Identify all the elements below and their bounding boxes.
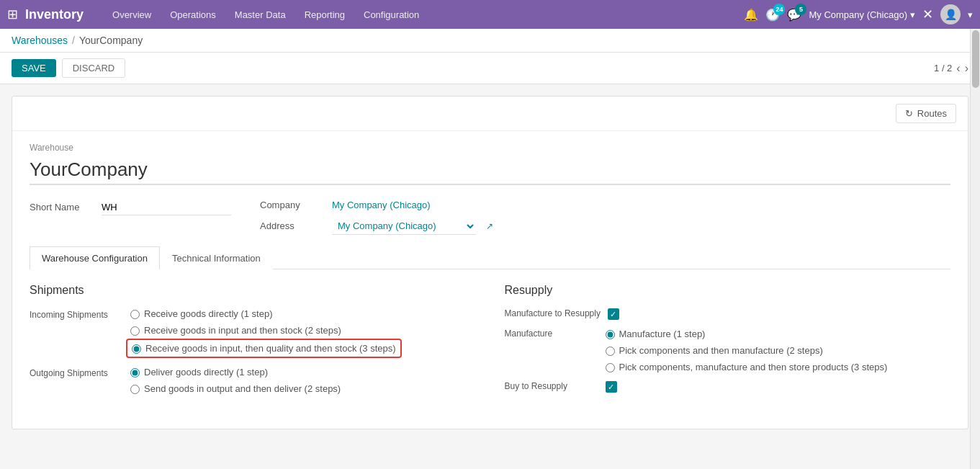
company-label: Company	[260, 200, 325, 210]
resupply-section: Resupply Manufacture to Resupply ✓ Manuf…	[505, 284, 951, 403]
address-group: Address My Company (Chicago) ↗	[260, 218, 950, 235]
form-topbar: ↻ Routes	[12, 97, 968, 131]
action-bar: SAVE DISCARD 1 / 2 ‹ ›	[0, 53, 980, 84]
outgoing-shipments-row: Outgoing Shipments Deliver goods directl…	[30, 367, 476, 394]
short-name-input[interactable]	[102, 200, 231, 215]
form-card: ↻ Routes Warehouse Short Name Company	[12, 96, 968, 429]
outgoing-radio-group: Deliver goods directly (1 step) Send goo…	[130, 367, 341, 394]
company-selector[interactable]: My Company (Chicago) ▾	[809, 9, 915, 20]
tabs-bar: Warehouse Configuration Technical Inform…	[30, 246, 950, 269]
routes-refresh-icon: ↻	[905, 108, 913, 119]
shipments-title: Shipments	[30, 284, 476, 297]
grid-icon[interactable]: ⊞	[7, 6, 18, 22]
manufacture-option-3[interactable]: Pick components, manufacture and then st…	[606, 362, 888, 372]
external-link-icon[interactable]: ↗	[486, 221, 493, 231]
activity-icon[interactable]: 🕐 24	[765, 8, 780, 22]
company-value: My Company (Chicago)	[332, 200, 431, 210]
messages-icon[interactable]: 💬 5	[787, 8, 801, 22]
manufacture-radio-group: Manufacture (1 step) Pick components and…	[606, 329, 888, 372]
form-row-details: Short Name Company My Company (Chicago) …	[30, 200, 950, 235]
pagination: 1 / 2 ‹ ›	[934, 62, 968, 75]
short-name-label: Short Name	[30, 202, 94, 213]
activity-badge: 24	[773, 4, 785, 15]
warehouse-label: Warehouse	[30, 143, 950, 200]
tab-columns: Shipments Incoming Shipments Receive goo…	[30, 284, 950, 403]
resupply-title: Resupply	[505, 284, 951, 297]
breadcrumb-parent[interactable]: Warehouses	[12, 35, 68, 46]
manufacture-resupply-label: Manufacture to Resupply	[505, 308, 601, 318]
tab-warehouse-config[interactable]: Warehouse Configuration	[30, 246, 160, 269]
user-avatar[interactable]: 👤	[940, 4, 961, 24]
outgoing-option-2[interactable]: Send goods in output and then deliver (2…	[130, 383, 341, 394]
incoming-radio-group: Receive goods directly (1 step) Receive …	[130, 308, 397, 355]
topnav-menu: Overview Operations Master Data Reportin…	[105, 6, 744, 23]
manufacture-resupply-checkbox[interactable]: ✓	[608, 308, 619, 320]
tab-technical-info[interactable]: Technical Information	[160, 246, 273, 269]
shipments-section: Shipments Incoming Shipments Receive goo…	[30, 284, 476, 403]
manufacture-option-2[interactable]: Pick components and then manufacture (2 …	[606, 345, 888, 356]
buy-resupply-checkbox[interactable]: ✓	[606, 381, 617, 393]
breadcrumb-separator: /	[72, 35, 75, 46]
main-content: ↻ Routes Warehouse Short Name Company	[0, 84, 980, 441]
manufacture-row: Manufacture Manufacture (1 step) Pick co…	[505, 329, 951, 372]
incoming-option-1[interactable]: Receive goods directly (1 step)	[130, 308, 397, 319]
breadcrumb: Warehouses / YourCompany	[0, 29, 980, 53]
topnav-right: 🔔 🕐 24 💬 5 My Company (Chicago) ▾ ✕ 👤 ▾	[744, 4, 973, 24]
manufacture-option-1[interactable]: Manufacture (1 step)	[606, 329, 888, 339]
buy-resupply-label: Buy to Resupply	[505, 381, 598, 391]
scrollbar[interactable]	[970, 29, 980, 441]
address-select[interactable]: My Company (Chicago)	[332, 218, 476, 235]
nav-configuration[interactable]: Configuration	[356, 6, 426, 23]
scrollbar-thumb[interactable]	[972, 30, 979, 88]
address-label: Address	[260, 220, 325, 231]
app-brand: Inventory	[25, 7, 84, 22]
tab-content-warehouse-config: Shipments Incoming Shipments Receive goo…	[30, 269, 950, 417]
messages-badge: 5	[795, 4, 806, 15]
pagination-info: 1 / 2	[934, 63, 952, 73]
topnav: ⊞ Inventory Overview Operations Master D…	[0, 0, 980, 29]
nav-master-data[interactable]: Master Data	[228, 6, 293, 23]
breadcrumb-current: YourCompany	[79, 35, 143, 46]
form-body: Warehouse Short Name Company My Company …	[12, 131, 968, 429]
manufacture-label: Manufacture	[505, 329, 598, 339]
nav-operations[interactable]: Operations	[163, 6, 223, 23]
nav-reporting[interactable]: Reporting	[297, 6, 352, 23]
pagination-next[interactable]: ›	[965, 62, 968, 75]
incoming-option-3[interactable]: Receive goods in input, then quality and…	[126, 339, 402, 358]
routes-button[interactable]: ↻ Routes	[896, 104, 956, 123]
company-group: Company My Company (Chicago)	[260, 200, 950, 210]
incoming-option-2[interactable]: Receive goods in input and then stock (2…	[130, 325, 397, 336]
manufacture-resupply-row: Manufacture to Resupply ✓	[505, 308, 951, 320]
warehouse-name-input[interactable]	[30, 156, 950, 185]
short-name-group: Short Name	[30, 200, 231, 235]
save-button[interactable]: SAVE	[12, 59, 56, 77]
nav-overview[interactable]: Overview	[105, 6, 158, 23]
outgoing-option-1[interactable]: Deliver goods directly (1 step)	[130, 367, 341, 378]
notification-bell[interactable]: 🔔	[744, 8, 758, 22]
incoming-shipments-row: Incoming Shipments Receive goods directl…	[30, 308, 476, 355]
outgoing-shipments-label: Outgoing Shipments	[30, 367, 123, 378]
incoming-shipments-label: Incoming Shipments	[30, 308, 123, 320]
user-menu-arrow[interactable]: ▾	[968, 9, 973, 20]
pagination-prev[interactable]: ‹	[956, 62, 960, 75]
buy-resupply-row: Buy to Resupply ✓	[505, 381, 951, 393]
discard-button[interactable]: DISCARD	[62, 58, 126, 78]
company-address-group: Company My Company (Chicago) Address My …	[260, 200, 950, 235]
close-icon[interactable]: ✕	[922, 6, 933, 22]
